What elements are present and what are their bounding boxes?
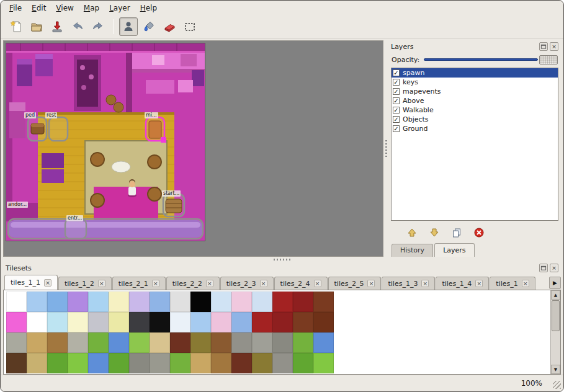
tileset-tile[interactable] (6, 312, 27, 332)
layer-row-objects[interactable]: ✓Objects (392, 115, 558, 124)
tileset-tile[interactable] (293, 353, 313, 373)
tileset-tile[interactable] (27, 353, 47, 373)
tileset-tile[interactable] (313, 312, 334, 332)
layer-visibility-checkbox[interactable]: ✓ (393, 97, 400, 104)
tileset-tab-tiles_2_3[interactable]: tiles_2_3× (220, 277, 274, 290)
duplicate-layer-button[interactable] (449, 225, 464, 240)
redo-button[interactable] (89, 17, 107, 36)
tileset-scrollbar[interactable]: ▲ ▼ (550, 290, 560, 374)
tileset-tile[interactable] (129, 312, 150, 332)
tileset-tab-close-icon[interactable]: × (152, 280, 159, 287)
menu-layer[interactable]: Layer (104, 2, 135, 14)
tileset-tile[interactable] (109, 353, 129, 373)
tileset-tile[interactable] (6, 353, 27, 373)
opacity-slider-track[interactable] (424, 58, 538, 61)
tileset-tab-close-icon[interactable]: × (421, 280, 429, 287)
tileset-tile[interactable] (109, 292, 129, 312)
tileset-tab-close-icon[interactable]: × (260, 280, 267, 287)
tileset-tile[interactable] (109, 332, 129, 353)
tileset-tab-close-icon[interactable]: × (44, 279, 51, 287)
layer-row-ground[interactable]: ✓Ground (392, 124, 558, 133)
eraser-tool-button[interactable] (160, 17, 179, 36)
tileset-tile[interactable] (47, 312, 68, 332)
lower-layer-button[interactable] (427, 225, 442, 240)
resize-grip[interactable] (553, 381, 561, 389)
open-file-button[interactable] (27, 17, 46, 36)
select-tool-button[interactable] (181, 17, 199, 36)
tileset-tile[interactable] (252, 353, 272, 373)
tileset-tile[interactable] (170, 312, 190, 332)
tileset-tile[interactable] (231, 292, 252, 312)
horizontal-splitter[interactable] (1, 257, 563, 262)
layer-visibility-checkbox[interactable]: ✓ (393, 107, 400, 114)
tileset-tile[interactable] (47, 353, 68, 373)
scroll-down-button[interactable]: ▼ (551, 365, 560, 374)
tileset-tile[interactable] (150, 332, 170, 353)
undo-button[interactable] (68, 17, 87, 36)
tileset-tile[interactable] (129, 332, 150, 353)
tileset-tile[interactable] (190, 292, 211, 312)
tileset-tile[interactable] (190, 332, 211, 353)
scroll-up-button[interactable]: ▲ (551, 290, 560, 300)
tileset-view[interactable]: ▲ ▼ (3, 290, 561, 375)
tileset-tile[interactable] (6, 292, 27, 312)
tileset-tab-tiles_2_2[interactable]: tiles_2_2× (166, 277, 220, 290)
save-file-button[interactable] (48, 17, 66, 36)
menu-edit[interactable]: Edit (27, 2, 51, 14)
map[interactable]: pedrestmi...start...andor...entr... (6, 43, 205, 241)
dock-tab-history[interactable]: History (392, 244, 433, 257)
tileset-tile[interactable] (6, 332, 27, 353)
tileset-tile[interactable] (313, 292, 334, 312)
tileset-tab-tiles_1_1[interactable]: tiles_1_1× (4, 275, 58, 290)
opacity-slider-handle[interactable] (539, 55, 558, 65)
tileset-tile[interactable] (68, 292, 88, 312)
tileset-tab-tiles_2_4[interactable]: tiles_2_4× (274, 277, 328, 290)
tileset-tile[interactable] (88, 332, 109, 353)
float-panel-button[interactable] (539, 42, 548, 51)
float-panel-button[interactable] (539, 264, 548, 272)
tileset-tile[interactable] (150, 312, 170, 332)
map-canvas[interactable]: pedrestmi...start...andor...entr... (3, 40, 383, 257)
delete-layer-button[interactable] (472, 225, 486, 240)
tileset-tile[interactable] (190, 312, 211, 332)
layer-visibility-checkbox[interactable]: ✓ (393, 116, 400, 123)
tileset-tile[interactable] (170, 292, 190, 312)
vertical-splitter[interactable] (383, 40, 388, 257)
layer-visibility-checkbox[interactable]: ✓ (393, 88, 400, 95)
scrollbar-thumb[interactable] (552, 300, 560, 331)
tileset-tile[interactable] (88, 312, 109, 332)
tileset-tile[interactable] (211, 312, 231, 332)
tileset-tab-tiles_2_5[interactable]: tiles_2_5× (328, 277, 382, 290)
tab-scroll-right-button[interactable]: ▶ (549, 277, 561, 289)
tileset-tile[interactable] (129, 292, 150, 312)
tileset-tile[interactable] (109, 312, 129, 332)
tileset-tile[interactable] (293, 312, 313, 332)
tileset-tile[interactable] (231, 312, 252, 332)
tileset-tab-close-icon[interactable]: × (522, 280, 529, 287)
tileset-tile[interactable] (313, 332, 334, 353)
layer-row-walkable[interactable]: ✓Walkable (392, 105, 558, 115)
tileset-tile[interactable] (272, 332, 293, 353)
menu-help[interactable]: Help (135, 2, 162, 14)
layer-row-above[interactable]: ✓Above (392, 96, 558, 105)
layer-visibility-checkbox[interactable]: ✓ (393, 79, 400, 86)
tileset-tile[interactable] (27, 332, 47, 353)
layer-visibility-checkbox[interactable]: ✓ (393, 125, 400, 132)
tileset-tab-tiles_1_3[interactable]: tiles_1_3× (382, 277, 435, 290)
tileset-tile[interactable] (68, 312, 88, 332)
menu-map[interactable]: Map (79, 2, 104, 14)
tileset-tile[interactable] (27, 312, 47, 332)
dock-tab-layers[interactable]: Layers (434, 243, 474, 257)
tileset-tile[interactable] (293, 292, 313, 312)
raise-layer-button[interactable] (405, 225, 419, 240)
tileset-tab-close-icon[interactable]: × (206, 280, 213, 287)
tileset-tile[interactable] (313, 353, 334, 373)
tileset-tab-tiles_1_2[interactable]: tiles_1_2× (58, 277, 112, 290)
opacity-slider[interactable] (424, 55, 558, 65)
tileset-tile[interactable] (88, 292, 109, 312)
tileset-tile[interactable] (252, 292, 272, 312)
tileset-tile[interactable] (170, 353, 190, 373)
tileset-tab-tiles_1[interactable]: tiles_1× (490, 277, 535, 290)
menu-view[interactable]: View (51, 2, 78, 14)
tileset-tile[interactable] (150, 292, 170, 312)
